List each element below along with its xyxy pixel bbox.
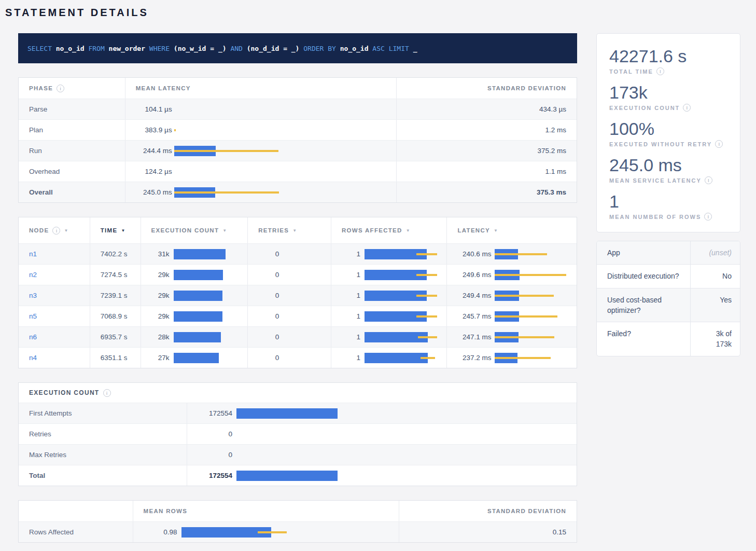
retries-value: 0 xyxy=(258,354,279,362)
phase-label: Run xyxy=(29,147,42,155)
table-row: Rows Affected 0.98 0.15 xyxy=(19,521,577,542)
detail-value: 3k of 173k xyxy=(691,322,740,356)
retries-value: 0 xyxy=(258,292,279,299)
execution-count-table: Execution Counti First Attempts 172554 R… xyxy=(18,382,577,486)
count-bar xyxy=(236,408,577,419)
standard-deviation-column-header: Standard Deviation xyxy=(487,508,566,514)
latency-column-header[interactable]: Latency▼ xyxy=(446,217,577,243)
node-link[interactable]: n6 xyxy=(29,333,37,341)
sql-token: no_o_id xyxy=(340,45,373,52)
table-row: Max Retries 0 xyxy=(19,444,577,465)
node-link[interactable]: n3 xyxy=(29,292,37,299)
retries-value: 0 xyxy=(258,271,279,279)
latency-bar xyxy=(495,353,577,363)
execution-count-value: 29k xyxy=(151,312,170,320)
retries-value: 0 xyxy=(258,333,279,341)
stat-mean-service-latency: 245.0 ms Mean Service Latencyi xyxy=(609,155,727,184)
detail-label: Failed? xyxy=(597,322,691,356)
stat-value: 1 xyxy=(609,191,727,212)
node-link[interactable]: n4 xyxy=(29,354,37,362)
node-table: Nodei▼ Time▼ Execution Count▼ Retries▼ R… xyxy=(18,217,577,368)
execution-count-bar xyxy=(174,270,248,280)
node-column-header[interactable]: Nodei▼ xyxy=(19,217,90,243)
info-icon[interactable]: i xyxy=(715,140,723,148)
table-row: First Attempts 172554 xyxy=(19,403,577,423)
rows-affected-column-header[interactable]: Rows Affected▼ xyxy=(331,217,447,243)
info-icon[interactable]: i xyxy=(656,67,664,75)
mean-rows-value: 0.98 xyxy=(133,528,177,536)
row-label: First Attempts xyxy=(29,409,72,417)
table-row: Plan 383.9 µs 1.2 ms xyxy=(19,119,577,140)
latency-bar xyxy=(174,167,396,177)
info-icon[interactable]: i xyxy=(704,213,712,221)
stddev-value: 434.3 µs xyxy=(397,99,577,119)
phase-label: Overall xyxy=(29,188,53,196)
table-row: n5 7068.9 s 29k 0 1 245.7 ms xyxy=(19,306,577,326)
execution-count-bar xyxy=(174,291,248,301)
time-value: 6351.1 s xyxy=(90,348,141,368)
stat-label: Mean Service Latency xyxy=(609,177,702,184)
detail-value: Yes xyxy=(691,288,740,322)
node-link[interactable]: n1 xyxy=(29,250,37,258)
execution-count-value: 28k xyxy=(151,333,170,341)
layout: SELECT no_o_id FROM new_order WHERE (no_… xyxy=(0,19,756,543)
sql-token: (no_w_id = _) xyxy=(174,45,231,52)
info-icon[interactable]: i xyxy=(57,85,64,92)
mean-latency-value: 383.9 µs xyxy=(136,126,172,134)
stat-value: 173k xyxy=(609,82,727,103)
count-bar xyxy=(236,429,577,439)
phase-label: Overhead xyxy=(29,168,60,175)
latency-bar xyxy=(495,311,577,322)
count-bar xyxy=(236,471,577,481)
sql-token: FROM xyxy=(88,45,108,52)
latency-bar xyxy=(495,270,577,280)
detail-label: App xyxy=(597,241,691,264)
execution-count-column-header[interactable]: Execution Count▼ xyxy=(141,217,248,243)
time-value: 7274.5 s xyxy=(90,265,141,285)
stat-total-time: 42271.6 s Total Timei xyxy=(609,46,727,75)
rows-affected-value: 1 xyxy=(342,271,360,279)
count-value: 172554 xyxy=(187,409,232,417)
latency-bar xyxy=(174,187,396,198)
phase-label: Parse xyxy=(29,105,47,113)
node-table-header: Nodei▼ Time▼ Execution Count▼ Retries▼ R… xyxy=(19,217,577,243)
execution-count-bar xyxy=(174,311,248,322)
rows-affected-bar xyxy=(365,291,447,301)
latency-value: 247.1 ms xyxy=(457,333,491,341)
sql-token: ASC LIMIT xyxy=(372,45,413,52)
stat-executed-without-retry: 100% Executed without Retryi xyxy=(609,118,727,148)
mean-rows-bar xyxy=(181,527,399,538)
count-bar xyxy=(236,450,577,460)
node-link[interactable]: n2 xyxy=(29,271,37,279)
latency-bar xyxy=(495,291,577,301)
latency-value: 249.6 ms xyxy=(457,271,491,279)
stddev-value: 1.1 ms xyxy=(397,161,577,182)
retries-column-header[interactable]: Retries▼ xyxy=(247,217,331,243)
execution-count-bar xyxy=(174,353,248,363)
mean-latency-column-header: Mean Latency xyxy=(136,85,191,91)
page-title: STATEMENT DETAILS xyxy=(5,6,756,19)
sql-token: _ xyxy=(413,45,417,52)
info-icon[interactable]: i xyxy=(705,176,712,184)
node-link[interactable]: n5 xyxy=(29,312,37,320)
row-label: Max Retries xyxy=(29,451,66,459)
stddev-value: 0.15 xyxy=(399,522,577,542)
time-column-header[interactable]: Time▼ xyxy=(90,217,141,243)
stat-label: Execution Count xyxy=(609,105,680,111)
latency-value: 249.4 ms xyxy=(457,292,491,299)
rows-affected-bar xyxy=(365,353,447,363)
table-row: n1 7402.2 s 31k 0 1 240.6 ms xyxy=(19,243,577,264)
stat-execution-count: 173k Execution Counti xyxy=(609,82,727,112)
execution-count-bar xyxy=(174,332,248,342)
rows-affected-bar xyxy=(365,249,447,259)
stat-mean-number-of-rows: 1 Mean Number of Rowsi xyxy=(609,191,727,221)
time-value: 7402.2 s xyxy=(90,244,141,264)
info-icon[interactable]: i xyxy=(683,104,691,112)
mean-latency-value: 104.1 µs xyxy=(136,105,172,113)
row-label: Retries xyxy=(29,430,51,438)
execution-count-title: Execution Count xyxy=(29,389,100,396)
latency-value: 237.2 ms xyxy=(457,354,491,362)
sql-token: (no_d_id = _) xyxy=(247,45,304,52)
info-icon[interactable]: i xyxy=(103,389,111,397)
info-icon[interactable]: i xyxy=(52,227,60,235)
